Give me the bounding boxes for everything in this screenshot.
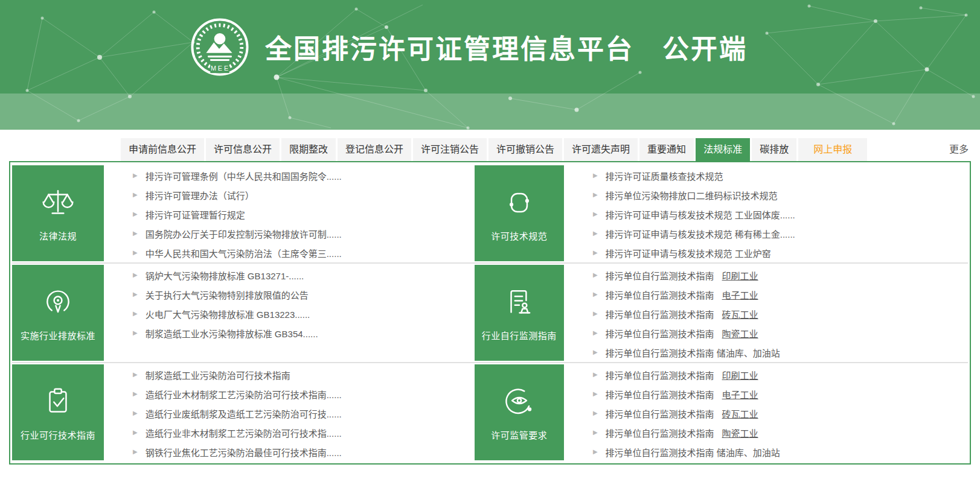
share-nodes-icon	[502, 185, 537, 220]
doc-link[interactable]: ▶排污单位自行监测技术指南 电子工业	[593, 384, 968, 404]
category-title: 行业自行监测指南	[482, 329, 557, 341]
doc-link[interactable]: ▶排污许可管理办法（试行）	[133, 185, 475, 205]
tab-registration-info-disclosure[interactable]: 登记信息公开	[338, 138, 411, 161]
doc-title: 排污单位自行监测技术指南	[606, 269, 714, 282]
category-tile-permit-technical-specs[interactable]: 许可技术规范	[475, 165, 564, 261]
doc-link[interactable]: ▶排污单位自行监测技术指南 陶瓷工业	[593, 323, 968, 343]
doc-link[interactable]: ▶排污许可证管理暂行规定	[133, 205, 475, 224]
document-person-icon	[502, 285, 537, 320]
tab-important-notice[interactable]: 重要通知	[639, 138, 694, 161]
doc-title: 排污单位自行监测技术指南	[606, 369, 714, 381]
doc-title: 中华人民共和国大气污染防治法（主席令第三......	[146, 247, 342, 259]
doc-title: 排污单位自行监测技术指南	[606, 288, 714, 301]
doc-link[interactable]: ▶排污许可证申请与核发技术规范 稀有稀土金......	[593, 224, 968, 243]
doc-link[interactable]: ▶制浆造纸工业水污染物排放标准 GB354......	[133, 323, 475, 343]
doc-list-permit-supervision-requirements: ▶排污单位自行监测技术指南 印刷工业▶排污单位自行监测技术指南 电子工业▶排污单…	[564, 363, 968, 462]
category-tile-laws-regulations[interactable]: 法律法规	[12, 165, 104, 261]
triangle-bullet-icon: ▶	[593, 230, 598, 236]
doc-title: 国务院办公厅关于印发控制污染物排放许可制......	[146, 227, 342, 240]
triangle-bullet-icon: ▶	[593, 391, 598, 397]
triangle-bullet-icon: ▶	[133, 311, 138, 317]
doc-link[interactable]: ▶关于执行大气污染物特别排放限值的公告	[133, 285, 475, 304]
doc-title-industry: 陶瓷工业	[722, 427, 758, 439]
triangle-bullet-icon: ▶	[133, 291, 138, 297]
doc-title: 排污许可证申请与核发技术规范 工业固体废......	[606, 208, 795, 221]
doc-title: 排污许可管理办法（试行）	[146, 189, 254, 201]
triangle-bullet-icon: ▶	[593, 291, 598, 297]
regulations-standards-panel: 法律法规▶排污许可管理条例（中华人民共和国国务院令......▶排污许可管理办法…	[9, 161, 971, 465]
doc-title: 排污许可证质量核查技术规范	[606, 170, 723, 182]
doc-list-industry-feasible-technology-guide: ▶制浆造纸工业污染防治可行技术指南▶造纸行业木材制浆工艺污染防治可行技术指南..…	[104, 363, 475, 462]
doc-link[interactable]: ▶排污许可证质量核查技术规范	[593, 166, 968, 185]
doc-link[interactable]: ▶造纸行业废纸制浆及造纸工艺污染防治可行技......	[133, 404, 475, 423]
triangle-bullet-icon: ▶	[593, 272, 598, 278]
doc-link[interactable]: ▶造纸行业非木材制浆工艺污染防治可行技术指......	[133, 423, 475, 442]
more-link[interactable]: 更多	[949, 138, 971, 161]
doc-title-industry: 电子工业	[722, 388, 758, 401]
doc-title: 排污单位自行监测技术指南	[606, 427, 714, 439]
doc-title: 造纸行业废纸制浆及造纸工艺污染防治可行技......	[146, 407, 342, 420]
tab-online-application[interactable]: 网上申报	[798, 138, 867, 161]
doc-title: 排污单位自行监测技术指南 储油库、加油站	[606, 446, 780, 458]
doc-link[interactable]: ▶排污单位污染物排放口二维码标识技术规范	[593, 185, 968, 205]
broadcast-icon	[40, 285, 75, 320]
doc-link[interactable]: ▶中华人民共和国大气污染防治法（主席令第三......	[133, 243, 475, 262]
doc-link[interactable]: ▶排污单位自行监测技术指南 印刷工业	[593, 265, 968, 285]
doc-link[interactable]: ▶排污单位自行监测技术指南 砖瓦工业	[593, 404, 968, 423]
triangle-bullet-icon: ▶	[593, 349, 598, 355]
doc-link[interactable]: ▶排污单位自行监测技术指南 印刷工业	[593, 365, 968, 384]
category-tile-industry-emission-standards[interactable]: 实施行业排放标准	[12, 265, 104, 361]
category-title: 行业可行技术指南	[21, 428, 95, 441]
tab-permit-revocation-notice[interactable]: 许可撤销公告	[488, 138, 562, 161]
doc-title: 制浆造纸工业水污染物排放标准 GB354......	[146, 327, 318, 340]
triangle-bullet-icon: ▶	[593, 372, 598, 378]
doc-link[interactable]: ▶排污许可管理条例（中华人民共和国国务院令......	[133, 166, 475, 185]
triangle-bullet-icon: ▶	[133, 449, 138, 455]
category-tile-permit-supervision-requirements[interactable]: 许可监管要求	[475, 364, 564, 460]
eye-monitor-icon	[502, 384, 537, 419]
doc-title-industry: 陶瓷工业	[722, 327, 758, 340]
category-tile-industry-self-monitoring-guide[interactable]: 行业自行监测指南	[475, 265, 564, 361]
doc-title: 排污许可管理条例（中华人民共和国国务院令......	[146, 170, 342, 182]
doc-link[interactable]: ▶钢铁行业焦化工艺污染防治最佳可行技术指南......	[133, 442, 475, 462]
triangle-bullet-icon: ▶	[133, 430, 138, 436]
logo-mee-text: MEE	[211, 65, 230, 72]
tab-pre-application-info-disclosure[interactable]: 申请前信息公开	[121, 138, 204, 161]
tab-permit-cancellation-notice[interactable]: 许可注销公告	[413, 138, 487, 161]
doc-link[interactable]: ▶排污单位自行监测技术指南 电子工业	[593, 285, 968, 304]
category-title: 许可监管要求	[491, 428, 547, 441]
tab-carbon-emission[interactable]: 碳排放	[752, 138, 796, 161]
tab-regulations-standards[interactable]: 法规标准	[696, 138, 750, 161]
doc-link[interactable]: ▶国务院办公厅关于印发控制污染物排放许可制......	[133, 224, 475, 243]
doc-link[interactable]: ▶造纸行业木材制浆工艺污染防治可行技术指南......	[133, 384, 475, 404]
doc-title: 锅炉大气污染物排放标准 GB13271-......	[146, 269, 304, 282]
doc-list-permit-technical-specs: ▶排污许可证质量核查技术规范▶排污单位污染物排放口二维码标识技术规范▶排污许可证…	[564, 164, 968, 262]
triangle-bullet-icon: ▶	[593, 330, 598, 336]
triangle-bullet-icon: ▶	[593, 410, 598, 416]
tab-permit-info-disclosure[interactable]: 许可信息公开	[206, 138, 280, 161]
doc-link[interactable]: ▶排污许可证申请与核发技术规范 工业炉窑	[593, 243, 968, 262]
doc-title: 排污单位自行监测技术指南	[606, 388, 714, 401]
doc-list-industry-emission-standards: ▶锅炉大气污染物排放标准 GB13271-......▶关于执行大气污染物特别排…	[104, 264, 475, 362]
doc-link[interactable]: ▶火电厂大气污染物排放标准 GB13223......	[133, 304, 475, 323]
triangle-bullet-icon: ▶	[133, 192, 138, 198]
category-tile-industry-feasible-technology-guide[interactable]: 行业可行技术指南	[12, 364, 104, 460]
triangle-bullet-icon: ▶	[593, 211, 598, 217]
tab-deadline-rectification[interactable]: 限期整改	[281, 138, 336, 161]
doc-link[interactable]: ▶锅炉大气污染物排放标准 GB13271-......	[133, 265, 475, 285]
doc-link[interactable]: ▶排污单位自行监测技术指南 陶瓷工业	[593, 423, 968, 442]
content-row: 行业可行技术指南▶制浆造纸工业污染防治可行技术指南▶造纸行业木材制浆工艺污染防治…	[12, 362, 968, 462]
triangle-bullet-icon: ▶	[133, 391, 138, 397]
tab-permit-loss-statement[interactable]: 许可遗失声明	[564, 138, 638, 161]
doc-title: 排污单位自行监测技术指南	[606, 407, 714, 420]
doc-link[interactable]: ▶制浆造纸工业污染防治可行技术指南	[133, 365, 475, 384]
doc-link[interactable]: ▶排污单位自行监测技术指南 储油库、加油站	[593, 442, 968, 462]
scales-icon	[40, 185, 75, 220]
doc-title: 制浆造纸工业污染防治可行技术指南	[146, 369, 290, 381]
doc-link[interactable]: ▶排污单位自行监测技术指南 砖瓦工业	[593, 304, 968, 323]
triangle-bullet-icon: ▶	[133, 173, 138, 179]
doc-link[interactable]: ▶排污单位自行监测技术指南 储油库、加油站	[593, 343, 968, 362]
doc-link[interactable]: ▶排污许可证申请与核发技术规范 工业固体废......	[593, 205, 968, 224]
content-row: 实施行业排放标准▶锅炉大气污染物排放标准 GB13271-......▶关于执行…	[12, 262, 968, 362]
tab-bar: 申请前信息公开许可信息公开限期整改登记信息公开许可注销公告许可撤销公告许可遗失声…	[9, 138, 971, 161]
